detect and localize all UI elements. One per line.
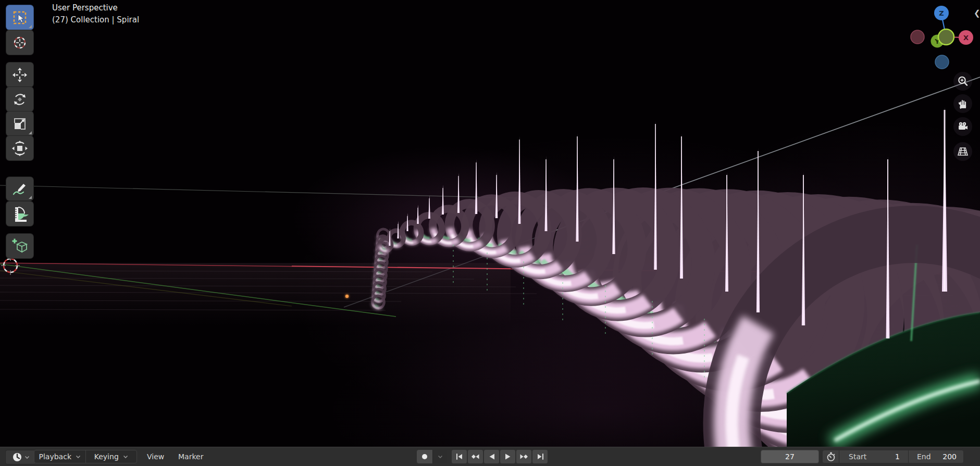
zoom-button[interactable] [953,72,972,91]
marker-menu[interactable]: Marker [171,450,210,463]
axis-x-ball[interactable]: X [959,30,973,45]
keying-menu[interactable]: Keying [85,450,137,463]
cursor-tool-icon [11,34,28,51]
tool-transform[interactable] [6,136,33,160]
axis-z-label: Z [939,9,944,17]
next-keyframe-icon [519,453,528,460]
marker-menu-label: Marker [178,452,203,461]
camera-view-icon [957,120,969,133]
jump-to-end-icon [536,453,544,460]
record-options-button[interactable] [432,450,447,463]
grid-view-icon [957,145,969,158]
subtool-corner [29,196,32,199]
tool-select-box[interactable] [6,5,33,30]
start-frame-field[interactable]: Start 1 [839,450,908,463]
play-reverse-icon [488,453,495,460]
playback-keying-group: Playback Keying [34,450,137,463]
view-menu[interactable]: View [140,450,171,463]
tool-cursor[interactable] [6,30,33,55]
frame-range-group: Start 1 End 200 [822,450,964,463]
axis-z-ball[interactable]: Z [934,6,949,20]
tool-add-cube[interactable] [6,234,33,258]
stopwatch-icon [826,451,836,462]
chevron-down-icon [24,456,30,459]
clock-icon [13,452,22,462]
start-value: 1 [895,452,900,461]
axis-neg-z-ball[interactable] [935,55,949,69]
add-cube-icon [11,237,29,255]
blender-window: User Perspective (27) Collection | Spira… [0,0,980,466]
measure-icon [11,205,29,223]
current-frame-value: 27 [785,452,795,461]
tool-annotate[interactable] [6,177,33,200]
subtool-corner [29,25,32,28]
transform-icon [11,140,29,157]
transport-controls [452,450,548,463]
editor-type-button[interactable] [5,450,36,464]
chevron-down-icon [123,455,128,459]
subtool-corner [29,131,32,134]
record-button[interactable] [417,450,432,463]
end-frame-field[interactable]: End 200 [908,450,963,463]
navigation-gizmo[interactable]: Y Z X [904,0,980,73]
previous-keyframe-button[interactable] [468,450,483,463]
jump-to-end-button[interactable] [532,450,548,463]
next-keyframe-button[interactable] [516,450,531,463]
record-dot-icon [421,454,428,460]
axis-neg-x-ball[interactable] [911,30,924,44]
scale-icon [11,116,28,132]
viewport-3d[interactable] [0,0,980,447]
end-value: 200 [942,452,957,461]
chevron-down-icon [438,455,443,459]
current-frame-field[interactable]: 27 [761,450,819,463]
end-label: End [917,452,931,461]
playback-menu[interactable]: Playback [34,450,85,463]
keying-menu-label: Keying [94,452,119,461]
tool-move[interactable] [6,62,33,87]
play-button[interactable] [500,450,515,463]
grid-view-button[interactable] [953,142,972,161]
move-icon [11,67,28,83]
playback-menu-label: Playback [39,452,71,461]
object-origin-dot [344,294,350,299]
pan-button[interactable] [953,94,972,113]
previous-keyframe-icon [471,453,480,460]
camera-view-button[interactable] [953,117,972,136]
view-menu-label: View [147,452,164,461]
use-preview-range-button[interactable] [823,450,839,463]
start-label: Start [849,452,866,461]
chevron-down-icon [76,455,81,459]
select-box-icon [12,10,28,26]
collapse-region-icon[interactable]: ❮ [974,9,980,17]
pan-hand-icon [957,97,969,110]
tool-scale[interactable] [6,111,33,136]
auto-key-group [417,450,447,463]
rotate-icon [11,91,28,108]
play-icon [504,453,512,460]
play-reverse-button[interactable] [484,450,499,463]
jump-to-start-button[interactable] [452,450,467,463]
annotate-icon [11,181,28,197]
timeline-editor-header: Playback Keying View Marker [0,447,980,466]
axis-x-label: X [963,34,969,42]
gizmo-center-ball[interactable] [938,29,954,45]
jump-to-start-icon [455,453,464,460]
zoom-icon [957,75,969,87]
tool-rotate[interactable] [6,87,33,111]
tool-measure[interactable] [6,201,33,226]
